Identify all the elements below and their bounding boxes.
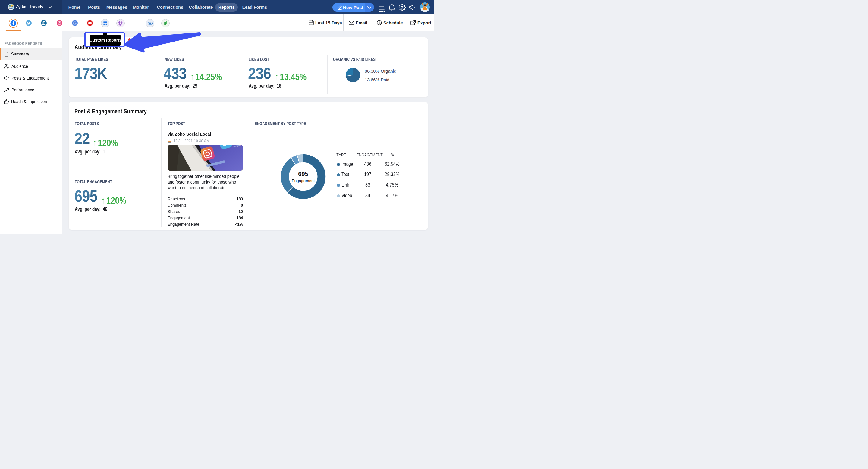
svg-text:Engagement: Engagement bbox=[292, 179, 315, 183]
svg-text:Travels: Travels bbox=[8, 7, 13, 9]
svg-text:695: 695 bbox=[298, 170, 308, 177]
